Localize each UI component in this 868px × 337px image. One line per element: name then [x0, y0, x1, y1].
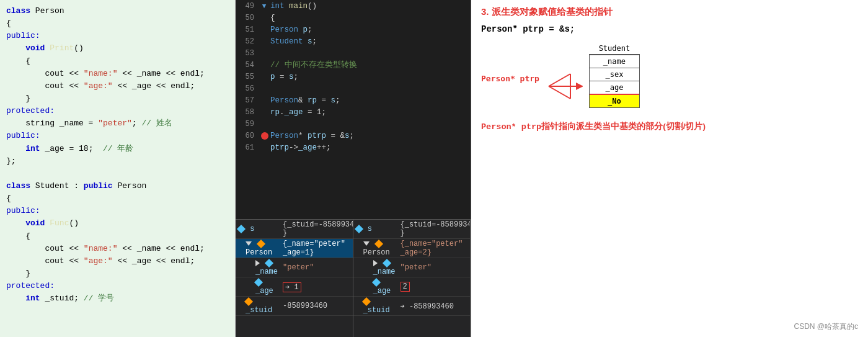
- svg-line-0: [549, 74, 570, 86]
- mem-field-name: _name: [590, 55, 639, 68]
- variable-icon: [254, 278, 263, 287]
- section-title: 3. 派生类对象赋值给基类的指针: [481, 6, 858, 18]
- expand-icon: [246, 241, 252, 246]
- footer-credit: CSDN @哈茶真的c: [794, 321, 858, 332]
- code-line: string _name = "peter"; // 姓名: [6, 117, 229, 130]
- variable-icon: [237, 225, 246, 233]
- struct-label: Student: [599, 43, 631, 54]
- expand-icon: [373, 260, 378, 266]
- code-line: {: [6, 192, 229, 205]
- code-line: int _stuid; // 学号: [6, 292, 229, 305]
- debug-row: _name "peter": [353, 258, 471, 277]
- left-code-panel: class Person { public: void Print() { co…: [0, 0, 236, 337]
- editor-line-52: 52 Student s;: [236, 35, 471, 47]
- bottom-explanation: Person* ptrp指针指向派生类当中基类的部分(切割/切片): [481, 121, 858, 132]
- code-display-line: Person* ptrp = &s;: [481, 24, 858, 34]
- code-line: {: [6, 55, 229, 68]
- diagram-area: Person* ptrp Student _name: [481, 43, 858, 114]
- code-line: class Person: [6, 5, 229, 17]
- editor-line-61: 61 ptrp->_age++;: [236, 142, 471, 153]
- code-line: class Student : public Person: [6, 180, 229, 192]
- debug-panels: s {_stuid=-858993460 } Person {_name="pe…: [236, 219, 471, 337]
- expand-icon: [363, 241, 370, 246]
- editor-line-60: 60 Person* ptrp = &s;: [236, 130, 471, 142]
- editor-line-58: 58 rp._age = 1;: [236, 106, 471, 118]
- code-line: protected:: [6, 105, 229, 117]
- code-line: public:: [6, 205, 229, 217]
- svg-line-1: [549, 86, 570, 99]
- editor-line-55: 55 p = s;: [236, 71, 471, 83]
- variable-icon: [354, 225, 363, 233]
- debug-watch-left: s {_stuid=-858993460 } Person {_name="pe…: [236, 220, 353, 337]
- debug-row-age2: _age 2: [353, 277, 471, 297]
- debug-watch-right: s {_stuid=-858993460 } Person {_name="pe…: [353, 220, 471, 337]
- class-icon: [257, 240, 265, 248]
- code-line: {: [6, 17, 229, 30]
- editor-line-50: 50 {: [236, 12, 471, 24]
- code-line: void Func(): [6, 217, 229, 230]
- mem-field-no: _No: [590, 94, 639, 107]
- right-explanation-panel: 3. 派生类对象赋值给基类的指针 Person* ptrp = &s; Pers…: [471, 0, 868, 337]
- variable-icon: [383, 259, 391, 267]
- code-line: {: [6, 230, 229, 243]
- code-line: cout << "name:" << _name << endl;: [6, 243, 229, 255]
- memory-box: _name _sex _age _No: [589, 54, 640, 108]
- editor-line-51: 51 Person p;: [236, 24, 471, 35]
- debug-row: s {_stuid=-858993460 }: [236, 220, 353, 239]
- debug-row: _stuid -858993460: [236, 297, 353, 316]
- arrow-diagram: [546, 61, 583, 114]
- expand-icon: [255, 260, 260, 266]
- debug-row-selected: Person {_name="peter" _age=1}: [236, 239, 353, 258]
- code-line: public:: [6, 30, 229, 42]
- age-value: ➔ 1: [283, 282, 301, 292]
- middle-editor-panel: 49 ▼ int main() 50 { 51 Person p; 52 Stu…: [236, 0, 471, 337]
- code-line: }: [6, 267, 229, 280]
- class-icon: [374, 240, 383, 248]
- debug-table-right: s {_stuid=-858993460 } Person {_name="pe…: [353, 220, 471, 316]
- variable-icon: [361, 297, 370, 306]
- code-line: }: [6, 92, 229, 105]
- editor-line-49: 49 ▼ int main(): [236, 0, 471, 12]
- editor-line-56: 56: [236, 83, 471, 94]
- debug-row: _stuid ➔ -858993460: [353, 297, 471, 316]
- mem-field-sex: _sex: [590, 68, 639, 81]
- code-line: cout << "age:" << _age << endl;: [6, 80, 229, 92]
- editor-line-59: 59: [236, 118, 471, 130]
- debug-row: Person {_name="peter" _age=2}: [353, 239, 471, 258]
- code-line: [6, 168, 229, 180]
- pointer-label: Person* ptrp: [481, 74, 539, 83]
- code-line: protected:: [6, 280, 229, 292]
- code-line: };: [6, 155, 229, 168]
- debug-row: _name "peter": [236, 258, 353, 277]
- editor-line-57: 57 Person& rp = s;: [236, 94, 471, 106]
- variable-icon: [265, 259, 273, 267]
- mem-field-age: _age: [590, 81, 639, 94]
- editor-line-54: 54 // 中间不存在类型转换: [236, 59, 471, 71]
- code-line: int _age = 18; // 年龄: [6, 143, 229, 155]
- debug-table-left: s {_stuid=-858993460 } Person {_name="pe…: [236, 220, 353, 316]
- arrow-svg: [546, 61, 583, 111]
- code-line: void Print(): [6, 42, 229, 55]
- variable-icon: [244, 297, 253, 306]
- age-value-2: 2: [401, 282, 410, 292]
- breakpoint-bullet: [261, 132, 268, 140]
- code-line: cout << "age:" << _age << endl;: [6, 255, 229, 267]
- debug-row: s {_stuid=-858993460 }: [353, 220, 471, 239]
- editor-top: 49 ▼ int main() 50 { 51 Person p; 52 Stu…: [236, 0, 471, 219]
- debug-row-age: _age ➔ 1: [236, 277, 353, 297]
- variable-icon: [371, 278, 380, 287]
- code-line: cout << "name:" << _name << endl;: [6, 68, 229, 80]
- editor-line-53: 53: [236, 47, 471, 59]
- code-line: public:: [6, 130, 229, 142]
